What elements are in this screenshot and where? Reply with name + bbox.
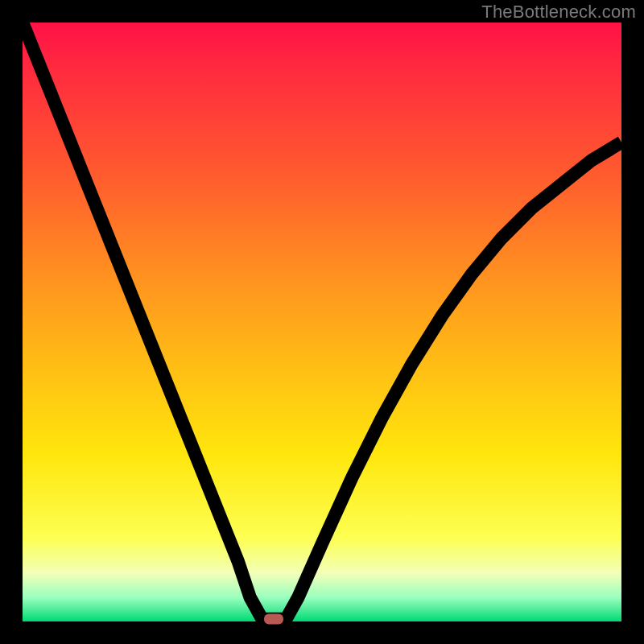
background-gradient xyxy=(23,23,621,621)
watermark-text: TheBottleneck.com xyxy=(481,2,636,23)
chart-frame: TheBottleneck.com xyxy=(0,0,644,644)
plot-area xyxy=(23,23,621,621)
